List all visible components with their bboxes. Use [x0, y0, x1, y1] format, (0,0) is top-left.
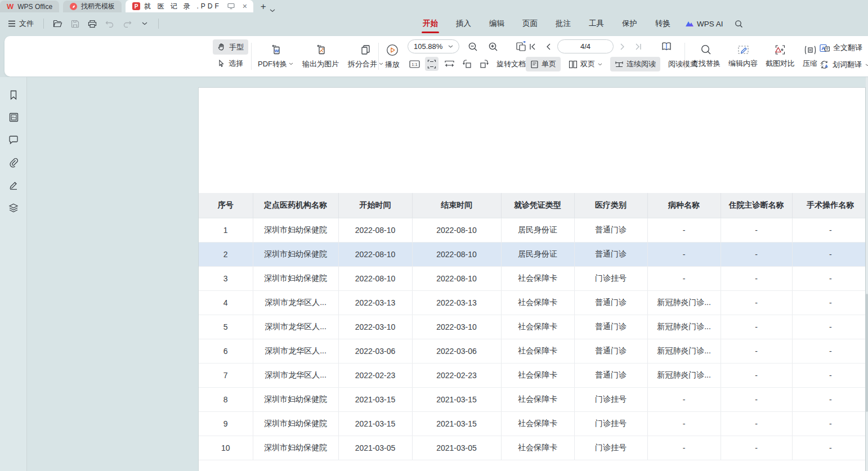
table-row: 5深圳市龙华区人...2022-03-102022-03-10社会保障卡普通门诊…	[199, 315, 866, 339]
screenshot-compare-button[interactable]: 截图对比	[763, 39, 797, 73]
fit-page-icon[interactable]	[425, 57, 439, 71]
file-menu-button[interactable]: 文件	[6, 16, 36, 32]
export-as-image-button[interactable]: 输出为图片	[300, 39, 341, 73]
continuous-reading-button[interactable]: 连续阅读	[610, 57, 660, 71]
table-cell: -	[721, 315, 792, 339]
rotate-right-icon[interactable]	[477, 57, 491, 71]
edit-content-icon	[737, 44, 750, 56]
table-cell: 2021-03-05	[412, 436, 501, 460]
wps-ai-button[interactable]: WPS AI	[679, 20, 729, 28]
last-page-icon[interactable]	[632, 39, 645, 53]
split-merge-button[interactable]: 拆分合并	[346, 39, 386, 73]
find-replace-button[interactable]: 查找替换	[689, 39, 723, 73]
table-cell: 深圳市妇幼保健院	[253, 436, 338, 460]
menu-comment[interactable]: 批注	[547, 12, 580, 35]
open-file-icon[interactable]	[51, 17, 64, 30]
table-cell: -	[792, 218, 866, 242]
menu-search-icon[interactable]	[729, 20, 749, 28]
screenshot-compare-icon	[774, 44, 786, 56]
read-mode-book-icon[interactable]	[660, 39, 673, 53]
menu-insert[interactable]: 插入	[447, 12, 480, 35]
table-body: 1深圳市妇幼保健院2022-08-102022-08-10居民身份证普通门诊--…	[199, 218, 866, 460]
vertical-scrollbar[interactable]	[866, 77, 868, 471]
table-cell: 2	[199, 242, 253, 266]
table-cell: 社会保障卡	[501, 315, 574, 339]
comments-panel-icon[interactable]	[7, 133, 20, 147]
menu-convert[interactable]: 转换	[646, 12, 679, 35]
new-tab-button[interactable]: +	[257, 1, 270, 12]
attachments-panel-icon[interactable]	[7, 156, 20, 169]
tab-docer-templates[interactable]: 找稻壳模板	[63, 1, 122, 12]
wps-logo-icon: W	[7, 3, 14, 10]
cursor-icon	[217, 59, 225, 68]
first-page-icon[interactable]	[526, 39, 539, 53]
zoom-out-icon[interactable]	[466, 39, 480, 53]
next-page-icon[interactable]	[616, 39, 629, 53]
table-cell: 2022-08-10	[412, 266, 501, 290]
signature-panel-icon[interactable]	[7, 178, 20, 192]
toolbar: 手型 选择 W PDF转换	[5, 36, 868, 77]
chevron-down-icon	[448, 45, 453, 48]
table-cell: 社会保障卡	[501, 339, 574, 363]
compress-button[interactable]: 压缩	[800, 39, 820, 73]
previous-page-icon[interactable]	[542, 39, 555, 53]
table-cell: 2022-08-10	[412, 242, 501, 266]
wps-pdf-window: W WPS Office 找稻壳模板 P 就 医 记 录 .PDF ✕ +	[0, 0, 868, 471]
tab-document-active[interactable]: P 就 医 记 录 .PDF ✕	[126, 0, 253, 12]
rotate-document-button[interactable]: 旋转文档	[496, 59, 526, 69]
hand-tool-button[interactable]: 手型	[213, 39, 248, 55]
zoom-level-select[interactable]: 105.88%	[408, 39, 459, 53]
zoom-in-icon[interactable]	[486, 39, 500, 53]
table-cell: 新冠肺炎门诊...	[647, 290, 721, 315]
table-cell: 2021-03-15	[412, 411, 501, 436]
table-cell: 2022-08-10	[338, 218, 412, 242]
print-icon[interactable]	[86, 17, 99, 30]
double-page-button[interactable]: 双页	[564, 57, 607, 71]
full-text-translate-button[interactable]: A 文 全文翻译	[817, 41, 868, 55]
side-panel-rail	[0, 77, 27, 471]
table-cell: 深圳市妇幼保健院	[253, 266, 338, 290]
rotate-left-icon[interactable]	[460, 57, 473, 71]
single-page-button[interactable]: 单页	[526, 57, 561, 71]
tab-label: 找稻壳模板	[81, 2, 115, 11]
play-slideshow-button[interactable]: 播放	[383, 39, 402, 73]
table-cell: 普通门诊	[574, 290, 647, 315]
edit-content-button[interactable]: 编辑内容	[726, 39, 760, 73]
scrollbar-thumb[interactable]	[866, 294, 868, 412]
ribbon-menus: 开始 插入 编辑 页面 批注 工具 保护 转换 WPS AI	[414, 12, 749, 35]
layers-panel-icon[interactable]	[7, 201, 20, 214]
svg-text:文: 文	[820, 62, 824, 66]
monitor-icon[interactable]	[227, 2, 235, 10]
fit-width-icon[interactable]	[442, 57, 456, 71]
select-tool-button[interactable]: 选择	[213, 56, 248, 71]
pdf-convert-button[interactable]: W PDF转换	[256, 39, 296, 73]
menu-tools[interactable]: 工具	[580, 12, 613, 35]
table-row: 9深圳市妇幼保健院2021-03-152021-03-15社会保障卡门诊挂号--…	[199, 411, 866, 436]
save-icon[interactable]	[69, 17, 81, 30]
menu-protect[interactable]: 保护	[613, 12, 646, 35]
redo-icon[interactable]	[121, 17, 133, 30]
undo-icon[interactable]	[104, 17, 116, 30]
table-cell: -	[721, 266, 792, 290]
table-cell: 2021-03-05	[338, 436, 412, 460]
table-cell: 门诊挂号	[574, 436, 647, 460]
word-translate-button[interactable]: 文 A 划词翻译	[817, 58, 868, 71]
tab-wps-office[interactable]: W WPS Office	[0, 1, 59, 12]
table-row: 10深圳市妇幼保健院2021-03-052021-03-05社会保障卡门诊挂号-…	[199, 436, 866, 460]
menu-edit[interactable]: 编辑	[480, 12, 513, 35]
table-cell: 门诊挂号	[574, 266, 647, 290]
actual-size-icon[interactable]: 1:1	[408, 57, 421, 71]
table-cell: -	[647, 411, 721, 436]
menu-home[interactable]: 开始	[414, 12, 447, 35]
menu-page[interactable]: 页面	[513, 12, 547, 35]
thumbnails-panel-icon[interactable]	[7, 110, 20, 124]
table-cell: 2022-03-13	[338, 290, 412, 315]
page-number-input[interactable]	[557, 39, 614, 53]
quick-access-chevron-icon[interactable]	[138, 17, 151, 30]
bookmarks-panel-icon[interactable]	[7, 88, 20, 102]
table-cell: 门诊挂号	[574, 387, 647, 411]
chevron-down-icon	[598, 63, 602, 66]
word-translate-icon: 文 A	[820, 60, 829, 69]
close-tab-icon[interactable]: ✕	[241, 2, 249, 10]
full-text-translate-icon: A 文	[820, 44, 830, 52]
